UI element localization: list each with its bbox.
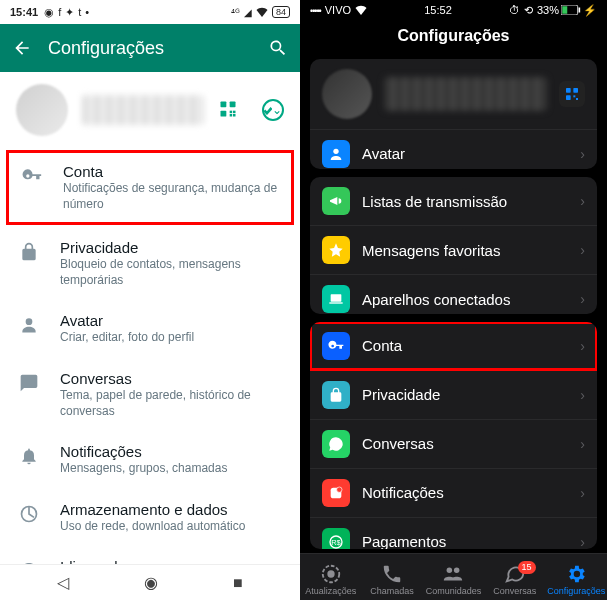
- add-account-icon[interactable]: ⌄: [262, 99, 284, 121]
- item-subtitle: Bloqueio de contatos, mensagens temporár…: [60, 257, 282, 288]
- gear-icon: [565, 563, 587, 585]
- currency-icon: R$: [322, 528, 350, 549]
- battery-indicator: 33% ⚡: [537, 4, 597, 17]
- chevron-right-icon: ›: [580, 436, 585, 452]
- row-chats[interactable]: Conversas ›: [310, 419, 597, 468]
- row-starred-messages[interactable]: Mensagens favoritas ›: [310, 225, 597, 274]
- signal-dots: [310, 4, 321, 16]
- item-subtitle: Tema, papel de parede, histórico de conv…: [60, 388, 282, 419]
- svg-point-24: [337, 487, 342, 492]
- qr-code-icon[interactable]: [218, 99, 240, 121]
- row-label: Conta: [362, 337, 568, 354]
- communities-icon: [442, 563, 464, 585]
- row-label: Conversas: [362, 435, 568, 452]
- svg-point-28: [328, 571, 334, 577]
- tab-label: Atualizações: [305, 586, 356, 596]
- tab-updates[interactable]: Atualizações: [300, 563, 361, 596]
- status-ring-icon: [320, 563, 342, 585]
- profile-row[interactable]: ⌄: [0, 72, 300, 148]
- tools-section: Listas de transmissão › Mensagens favori…: [310, 177, 597, 313]
- tab-chats[interactable]: 15 Conversas: [484, 563, 545, 596]
- item-title: Armazenamento e dados: [60, 501, 282, 518]
- android-screen: 15:41 ◉ f ✦ t • ⁴ᴳ ◢ 84 Configurações: [0, 0, 300, 600]
- chevron-right-icon: ›: [580, 146, 585, 162]
- row-broadcast-lists[interactable]: Listas de transmissão ›: [310, 177, 597, 225]
- row-label: Avatar: [362, 145, 568, 162]
- header-title: Configurações: [48, 38, 252, 59]
- tab-settings[interactable]: Configurações: [546, 563, 607, 596]
- signal-icon: ◢: [244, 7, 252, 18]
- avatar-icon: [322, 140, 350, 168]
- search-button[interactable]: [268, 38, 288, 58]
- row-notifications[interactable]: Notificações ›: [310, 468, 597, 517]
- svg-point-20: [333, 148, 338, 153]
- svg-rect-6: [230, 114, 233, 117]
- megaphone-icon: [322, 187, 350, 215]
- svg-rect-18: [573, 95, 575, 97]
- tab-communities[interactable]: Comunidades: [423, 563, 484, 596]
- key-icon: [322, 332, 350, 360]
- settings-item-storage[interactable]: Armazenamento e dados Uso de rede, downl…: [0, 489, 300, 547]
- profile-avatar: [16, 84, 68, 136]
- whatsapp-icon: ◉: [44, 6, 54, 19]
- row-linked-devices[interactable]: Aparelhos conectados ›: [310, 274, 597, 313]
- settings-item-notifications[interactable]: Notificações Mensagens, grupos, chamadas: [0, 431, 300, 489]
- status-time: 15:41: [10, 6, 38, 18]
- item-subtitle: Notificações de segurança, mudança de nú…: [63, 181, 279, 212]
- row-account[interactable]: Conta ›: [310, 322, 597, 370]
- svg-rect-4: [233, 114, 236, 117]
- row-label: Aparelhos conectados: [362, 291, 568, 308]
- item-title: Conta: [63, 163, 279, 180]
- nav-recents[interactable]: ■: [233, 574, 243, 592]
- qr-code-button[interactable]: [559, 81, 585, 107]
- row-label: Notificações: [362, 484, 568, 501]
- svg-rect-1: [230, 102, 236, 108]
- nav-back[interactable]: ◁: [57, 573, 69, 592]
- android-nav-bar: ◁ ◉ ■: [0, 564, 300, 600]
- svg-rect-22: [329, 303, 342, 304]
- tab-calls[interactable]: Chamadas: [361, 563, 422, 596]
- chevron-right-icon: ›: [580, 387, 585, 403]
- bell-icon: [18, 445, 40, 467]
- settings-item-privacy[interactable]: Privacidade Bloqueio de contatos, mensag…: [0, 227, 300, 300]
- svg-rect-3: [230, 111, 233, 114]
- settings-item-avatar[interactable]: Avatar Criar, editar, foto do perfil: [0, 300, 300, 358]
- whatsapp-chat-icon: [322, 430, 350, 458]
- data-icon: ⁴ᴳ: [231, 7, 240, 18]
- chevron-right-icon: ›: [580, 242, 585, 258]
- svg-rect-14: [579, 8, 581, 13]
- ios-tab-bar: Atualizações Chamadas Comunidades 15 Con…: [300, 553, 607, 600]
- row-payments[interactable]: R$ Pagamentos ›: [310, 517, 597, 549]
- charging-icon: ⚡: [583, 4, 597, 17]
- tab-label: Configurações: [547, 586, 605, 596]
- svg-point-29: [447, 567, 453, 573]
- phone-icon: [381, 563, 403, 585]
- item-title: Conversas: [60, 370, 282, 387]
- profile-row[interactable]: [310, 59, 597, 129]
- alarm-icon: ⏱: [509, 4, 520, 16]
- nav-home[interactable]: ◉: [144, 573, 158, 592]
- svg-point-7: [26, 319, 33, 326]
- profile-name-blurred: [82, 95, 204, 125]
- row-avatar[interactable]: Avatar ›: [310, 129, 597, 170]
- svg-rect-21: [331, 295, 342, 302]
- back-button[interactable]: [12, 38, 32, 58]
- settings-header: Configurações: [0, 24, 300, 72]
- settings-item-account[interactable]: Conta Notificações de segurança, mudança…: [6, 150, 294, 225]
- android-status-bar: 15:41 ◉ f ✦ t • ⁴ᴳ ◢ 84: [0, 0, 300, 24]
- svg-rect-15: [566, 88, 571, 93]
- svg-rect-2: [221, 111, 227, 117]
- avatar-icon: [18, 314, 40, 336]
- settings-list: Conta Notificações de segurança, mudança…: [0, 148, 300, 564]
- item-subtitle: Uso de rede, download automático: [60, 519, 282, 535]
- row-privacy[interactable]: Privacidade ›: [310, 370, 597, 419]
- settings-item-language[interactable]: Idioma do app Português (Brasil) (idioma…: [0, 546, 300, 564]
- row-label: Listas de transmissão: [362, 193, 568, 210]
- carrier-label: VIVO: [325, 4, 351, 16]
- settings-item-chats[interactable]: Conversas Tema, papel de parede, históri…: [0, 358, 300, 431]
- svg-rect-19: [576, 98, 578, 100]
- ios-screen: VIVO 15:52 ⏱ ⟲ 33% ⚡ Configurações Ava: [300, 0, 607, 600]
- battery-indicator: 84: [272, 6, 290, 18]
- row-label: Mensagens favoritas: [362, 242, 568, 259]
- tab-label: Chamadas: [370, 586, 414, 596]
